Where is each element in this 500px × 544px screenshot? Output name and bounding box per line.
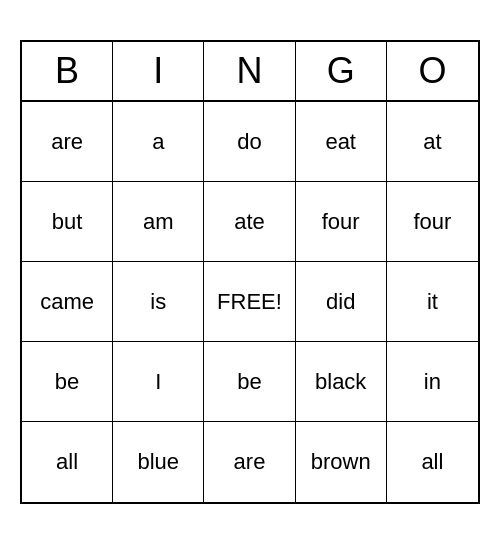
header-cell-b: B — [22, 42, 113, 100]
cell-r2-c4: it — [387, 262, 478, 342]
cell-r0-c4: at — [387, 102, 478, 182]
bingo-card: BINGO areadoeatatbutamatefourfourcameisF… — [20, 40, 480, 504]
bingo-grid: areadoeatatbutamatefourfourcameisFREE!di… — [22, 102, 478, 502]
cell-r0-c1: a — [113, 102, 204, 182]
cell-r2-c3: did — [296, 262, 387, 342]
cell-r4-c1: blue — [113, 422, 204, 502]
cell-r2-c0: came — [22, 262, 113, 342]
cell-r3-c3: black — [296, 342, 387, 422]
cell-r1-c3: four — [296, 182, 387, 262]
cell-r3-c2: be — [204, 342, 295, 422]
cell-r4-c2: are — [204, 422, 295, 502]
header-cell-i: I — [113, 42, 204, 100]
cell-r4-c4: all — [387, 422, 478, 502]
cell-r2-c1: is — [113, 262, 204, 342]
cell-r1-c2: ate — [204, 182, 295, 262]
header-cell-n: N — [204, 42, 295, 100]
cell-r4-c0: all — [22, 422, 113, 502]
cell-r0-c2: do — [204, 102, 295, 182]
cell-r1-c4: four — [387, 182, 478, 262]
header-cell-o: O — [387, 42, 478, 100]
cell-r3-c0: be — [22, 342, 113, 422]
cell-r3-c4: in — [387, 342, 478, 422]
cell-r3-c1: I — [113, 342, 204, 422]
cell-r0-c3: eat — [296, 102, 387, 182]
cell-r2-c2: FREE! — [204, 262, 295, 342]
cell-r4-c3: brown — [296, 422, 387, 502]
cell-r0-c0: are — [22, 102, 113, 182]
header-cell-g: G — [296, 42, 387, 100]
bingo-header: BINGO — [22, 42, 478, 102]
cell-r1-c0: but — [22, 182, 113, 262]
cell-r1-c1: am — [113, 182, 204, 262]
